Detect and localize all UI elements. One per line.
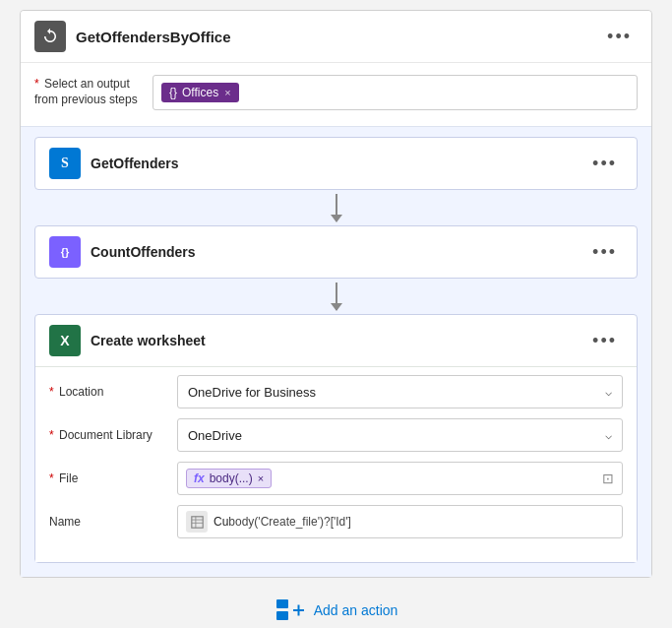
file-folder-icon[interactable]: ⊡ [602, 471, 614, 486]
foreach-title: GetOffendersByOffice [76, 29, 601, 45]
file-field[interactable]: fx body(...) × ⊡ [177, 462, 623, 495]
table-icon [191, 516, 204, 529]
add-action-container[interactable]: Add an action [275, 597, 398, 623]
document-library-value: OneDrive [188, 428, 242, 443]
create-worksheet-title: Create worksheet [91, 333, 586, 348]
token-field[interactable]: {} Offices × [153, 75, 638, 110]
get-offenders-card: S GetOffenders ••• [34, 137, 638, 190]
svg-rect-5 [276, 611, 288, 620]
select-output-text: Select an output from previous steps [34, 77, 138, 106]
get-offenders-header: S GetOffenders ••• [35, 138, 637, 189]
get-offenders-ellipsis-button[interactable]: ••• [586, 152, 623, 176]
document-library-dropdown[interactable]: OneDrive ⌵ [177, 418, 623, 452]
arrow-connector-2 [34, 279, 638, 314]
name-placeholder: Cu [214, 515, 228, 529]
arrow-line-1 [336, 194, 337, 221]
fx-icon: fx [194, 471, 205, 485]
file-label: * File [49, 471, 177, 485]
worksheet-body: * Location OneDrive for Business ⌵ * Doc… [35, 366, 637, 562]
fx-token-label: body(...) [210, 471, 253, 485]
count-offenders-ellipsis-button[interactable]: ••• [586, 240, 623, 265]
sharepoint-icon: S [49, 148, 81, 179]
foreach-inner: S GetOffenders ••• {} CountOffenders ••• [21, 126, 651, 577]
fx-token: fx body(...) × [186, 469, 272, 488]
token-curly-icon: {} [169, 86, 177, 99]
name-field[interactable]: Cu body('Create_file')?['Id'] [177, 505, 623, 538]
file-row: * File fx body(...) × ⊡ [49, 462, 623, 495]
add-action-label: Add an action [314, 602, 398, 618]
location-row: * Location OneDrive for Business ⌵ [49, 375, 623, 408]
main-container: GetOffendersByOffice ••• * Select an out… [20, 10, 652, 623]
offices-token: {} Offices × [161, 83, 239, 102]
document-library-row: * Document Library OneDrive ⌵ [49, 418, 623, 452]
create-worksheet-ellipsis-button[interactable]: ••• [586, 329, 623, 353]
header-ellipsis-button[interactable]: ••• [601, 25, 638, 49]
required-marker: * [34, 77, 39, 91]
location-label: * Location [49, 385, 177, 399]
variable-icon: {} [49, 236, 81, 268]
select-output-row: * Select an output from previous steps {… [21, 63, 651, 126]
foreach-card: GetOffendersByOffice ••• * Select an out… [20, 10, 652, 578]
create-worksheet-card: X Create worksheet ••• * Location OneDri… [34, 314, 638, 563]
add-action-icon [275, 597, 306, 623]
name-field-icon [186, 511, 208, 533]
svg-rect-4 [276, 599, 288, 608]
foreach-header: GetOffendersByOffice ••• [21, 11, 651, 63]
location-chevron-icon: ⌵ [605, 385, 612, 399]
token-close-button[interactable]: × [224, 87, 230, 98]
location-dropdown[interactable]: OneDrive for Business ⌵ [177, 375, 623, 408]
select-output-label: * Select an output from previous steps [34, 77, 153, 107]
count-offenders-title: CountOffenders [91, 244, 586, 260]
document-library-chevron-icon: ⌵ [605, 428, 612, 442]
document-library-label: * Document Library [49, 428, 177, 442]
create-worksheet-header: X Create worksheet ••• [35, 315, 637, 366]
token-label: Offices [182, 86, 218, 99]
location-value: OneDrive for Business [188, 385, 316, 400]
arrow-line-2 [336, 283, 337, 310]
add-action-svg-icon [275, 597, 306, 623]
count-offenders-card: {} CountOffenders ••• [34, 225, 638, 279]
svg-rect-0 [191, 516, 202, 527]
excel-icon: X [49, 325, 81, 356]
fx-token-close-button[interactable]: × [258, 472, 264, 484]
arrow-connector-1 [34, 190, 638, 225]
name-row: Name Cu [49, 505, 623, 538]
name-label: Name [49, 515, 177, 529]
repeat-icon [41, 28, 59, 45]
name-expression: body('Create_file')?['Id'] [228, 515, 351, 529]
get-offenders-title: GetOffenders [91, 156, 586, 171]
count-offenders-header: {} CountOffenders ••• [35, 226, 637, 278]
foreach-icon [34, 21, 66, 52]
